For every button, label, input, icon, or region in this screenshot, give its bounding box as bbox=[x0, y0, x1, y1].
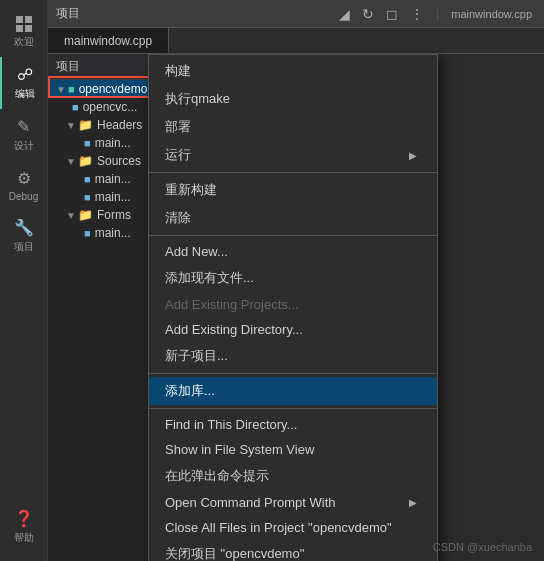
divider-4 bbox=[149, 408, 437, 409]
sidebar-item-design[interactable]: ✎ 设计 bbox=[0, 109, 47, 161]
menu-item-rebuild-label: 重新构建 bbox=[165, 181, 217, 199]
more-icon[interactable]: ⋮ bbox=[406, 4, 428, 24]
debug-icon: ⚙ bbox=[17, 169, 31, 188]
help-icon: ❓ bbox=[14, 509, 34, 528]
context-menu: 构建 执行qmake 部署 运行 ▶ 重新构建 清除 Add New... 添加… bbox=[148, 54, 438, 561]
sidebar-item-debug[interactable]: ⚙ Debug bbox=[0, 161, 47, 210]
sidebar-item-debug-label: Debug bbox=[9, 191, 38, 202]
menu-item-qmake[interactable]: 执行qmake bbox=[149, 85, 437, 113]
menu-item-cmd-here[interactable]: 在此弹出命令提示 bbox=[149, 462, 437, 490]
menu-item-new-subproject[interactable]: 新子项目... bbox=[149, 342, 437, 370]
menu-item-open-cmd-with[interactable]: Open Command Prompt With ▶ bbox=[149, 490, 437, 515]
file-icon-source1: ■ bbox=[84, 173, 91, 185]
menu-item-add-existing-projects-label: Add Existing Projects... bbox=[165, 297, 299, 312]
run-arrow-icon: ▶ bbox=[409, 150, 417, 161]
folder-icon-sources: 📁 bbox=[78, 154, 93, 168]
menu-item-cmd-here-label: 在此弹出命令提示 bbox=[165, 467, 269, 485]
grid-icon bbox=[16, 16, 32, 32]
menu-item-show-in-fs-label: Show in File System View bbox=[165, 442, 314, 457]
edit-icon: ☍ bbox=[17, 65, 33, 84]
topbar-title: 项目 bbox=[56, 5, 335, 22]
folder-icon-forms: 📁 bbox=[78, 208, 93, 222]
sync-icon[interactable]: ↻ bbox=[358, 4, 378, 24]
sidebar-item-welcome-label: 欢迎 bbox=[14, 35, 34, 49]
topbar: 项目 ◢ ↻ ◻ ⋮ | mainwindow.cpp bbox=[48, 0, 544, 28]
divider-3 bbox=[149, 373, 437, 374]
menu-item-open-cmd-with-label: Open Command Prompt With bbox=[165, 495, 336, 510]
menu-item-rebuild[interactable]: 重新构建 bbox=[149, 176, 437, 204]
sidebar-item-welcome[interactable]: 欢迎 bbox=[0, 8, 47, 57]
menu-item-find-in-dir-label: Find in This Directory... bbox=[165, 417, 297, 432]
file-icon-header-main: ■ bbox=[84, 137, 91, 149]
tree-item-opencvdemo-label: opencvdemo bbox=[79, 82, 148, 96]
menu-item-add-new[interactable]: Add New... bbox=[149, 239, 437, 264]
tree-item-source-main2-label: main... bbox=[95, 190, 131, 204]
menu-item-close-project[interactable]: 关闭项目 "opencvdemo" bbox=[149, 540, 437, 561]
menu-item-qmake-label: 执行qmake bbox=[165, 90, 230, 108]
panel-title: 项目 bbox=[56, 58, 80, 75]
menu-item-add-existing-file[interactable]: 添加现有文件... bbox=[149, 264, 437, 292]
folder-icon-headers: 📁 bbox=[78, 118, 93, 132]
menu-item-build[interactable]: 构建 bbox=[149, 57, 437, 85]
divider-1 bbox=[149, 172, 437, 173]
filter-icon[interactable]: ◢ bbox=[335, 4, 354, 24]
menu-item-close-all-files-label: Close All Files in Project "opencvdemo" bbox=[165, 520, 392, 535]
sidebar-item-project[interactable]: 🔧 项目 bbox=[0, 210, 47, 262]
arrow-forms-icon: ▼ bbox=[64, 210, 78, 221]
menu-item-deploy[interactable]: 部署 bbox=[149, 113, 437, 141]
watermark-text: CSDN @xuechanba bbox=[433, 541, 532, 553]
menu-item-show-in-fs[interactable]: Show in File System View bbox=[149, 437, 437, 462]
cmd-with-arrow-icon: ▶ bbox=[409, 497, 417, 508]
menu-item-clean[interactable]: 清除 bbox=[149, 204, 437, 232]
tree-item-sources-label: Sources bbox=[97, 154, 141, 168]
menu-item-build-label: 构建 bbox=[165, 62, 191, 80]
menu-item-close-project-label: 关闭项目 "opencvdemo" bbox=[165, 545, 304, 561]
divider-2 bbox=[149, 235, 437, 236]
file-tab-label: mainwindow.cpp bbox=[64, 34, 152, 48]
sidebar-item-edit-label: 编辑 bbox=[15, 87, 35, 101]
filetab-label: mainwindow.cpp bbox=[447, 6, 536, 22]
project-file-icon: ■ bbox=[68, 83, 75, 95]
menu-item-add-library-label: 添加库... bbox=[165, 382, 215, 400]
sidebar-item-help-label: 帮助 bbox=[14, 531, 34, 545]
tree-item-forms-label: Forms bbox=[97, 208, 131, 222]
menu-item-deploy-label: 部署 bbox=[165, 118, 191, 136]
watermark: CSDN @xuechanba bbox=[433, 541, 532, 553]
menu-item-add-library[interactable]: 添加库... bbox=[149, 377, 437, 405]
sidebar: 欢迎 ☍ 编辑 ✎ 设计 ⚙ Debug 🔧 项目 ❓ 帮助 bbox=[0, 0, 48, 561]
file-icon-opencvc: ■ bbox=[72, 101, 79, 113]
file-tab-mainwindow[interactable]: mainwindow.cpp bbox=[48, 28, 169, 53]
sidebar-item-design-label: 设计 bbox=[14, 139, 34, 153]
menu-item-clean-label: 清除 bbox=[165, 209, 191, 227]
expand-icon[interactable]: ◻ bbox=[382, 4, 402, 24]
sidebar-item-edit[interactable]: ☍ 编辑 bbox=[0, 57, 47, 109]
tree-item-opencvc-label: opencvc... bbox=[83, 100, 138, 114]
menu-item-new-subproject-label: 新子项目... bbox=[165, 347, 228, 365]
tree-item-headers-label: Headers bbox=[97, 118, 142, 132]
sidebar-item-project-label: 项目 bbox=[14, 240, 34, 254]
menu-item-add-existing-file-label: 添加现有文件... bbox=[165, 269, 254, 287]
sidebar-item-help[interactable]: ❓ 帮助 bbox=[0, 501, 47, 553]
arrow-icon: ▼ bbox=[54, 84, 68, 95]
menu-item-add-new-label: Add New... bbox=[165, 244, 228, 259]
tree-item-header-main-label: main... bbox=[95, 136, 131, 150]
tree-item-source-main1-label: main... bbox=[95, 172, 131, 186]
file-icon-form: ■ bbox=[84, 227, 91, 239]
menu-item-add-existing-dir-label: Add Existing Directory... bbox=[165, 322, 303, 337]
arrow-headers-icon: ▼ bbox=[64, 120, 78, 131]
menu-item-close-all-files[interactable]: Close All Files in Project "opencvdemo" bbox=[149, 515, 437, 540]
menu-item-add-existing-dir[interactable]: Add Existing Directory... bbox=[149, 317, 437, 342]
menu-item-run-label: 运行 bbox=[165, 146, 191, 164]
tree-item-form-main-label: main... bbox=[95, 226, 131, 240]
file-icon-source2: ■ bbox=[84, 191, 91, 203]
file-tab-bar: mainwindow.cpp bbox=[48, 28, 544, 54]
arrow-sources-icon: ▼ bbox=[64, 156, 78, 167]
topbar-icon-group: ◢ ↻ ◻ ⋮ | mainwindow.cpp bbox=[335, 4, 536, 24]
project-icon: 🔧 bbox=[14, 218, 34, 237]
menu-item-find-in-dir[interactable]: Find in This Directory... bbox=[149, 412, 437, 437]
menu-item-add-existing-projects: Add Existing Projects... bbox=[149, 292, 437, 317]
design-icon: ✎ bbox=[17, 117, 30, 136]
menu-item-run[interactable]: 运行 ▶ bbox=[149, 141, 437, 169]
